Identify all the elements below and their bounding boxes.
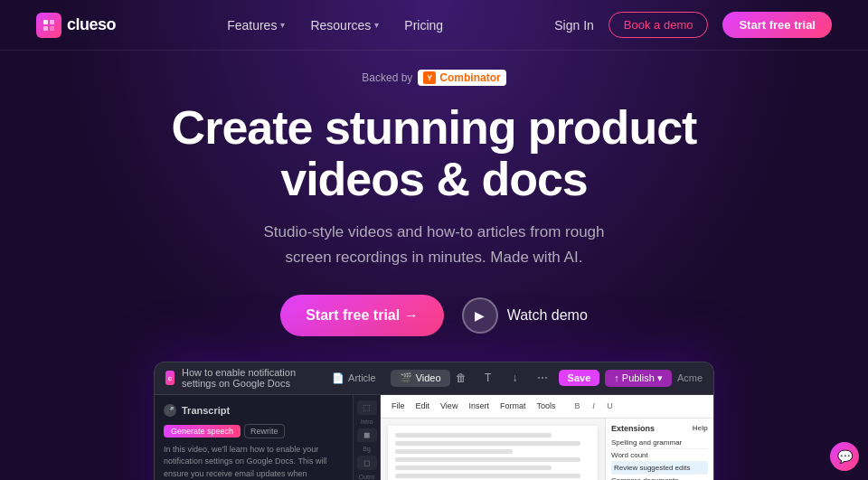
nav-pricing[interactable]: Pricing — [404, 18, 443, 33]
nav-actions: Sign In Book a demo Start free trial — [554, 12, 832, 38]
hero-subtext: Studio-style videos and how-to articles … — [0, 220, 868, 268]
transcript-header: 🎤 Transcript — [164, 404, 344, 417]
app-toolbar: c How to enable notification settings on… — [155, 362, 713, 395]
tab-video-button[interactable]: 🎬 Video — [391, 370, 450, 387]
chevron-down-icon: ▾ — [657, 372, 663, 384]
doc-toolbar: File Edit View Insert Format Tools B I U — [381, 395, 713, 419]
svg-rect-2 — [43, 26, 48, 31]
delete-icon[interactable]: 🗑 — [450, 367, 472, 389]
tab-article-button[interactable]: 📄 Article — [323, 370, 385, 387]
document-panel: File Edit View Insert Format Tools B I U — [381, 395, 713, 480]
download-icon[interactable]: ↓ — [505, 367, 526, 389]
watch-demo-button[interactable]: ▶ Watch demo — [462, 297, 588, 334]
transcript-body: In this video, we'll learn how to enable… — [164, 444, 344, 480]
app-toolbar-right: 🗑 T ↓ ⋯ Save ↑ Publish ▾ Acme — [450, 367, 703, 389]
doc-line — [395, 433, 552, 438]
doc-page — [388, 426, 598, 480]
transcript-panel: 🎤 Transcript Generate speech Rewrite In … — [155, 395, 354, 480]
save-button[interactable]: Save — [559, 370, 600, 386]
extension-wordcount[interactable]: Word count — [611, 449, 708, 462]
logo[interactable]: clueso — [36, 13, 116, 38]
doc-line — [395, 466, 552, 470]
app-body: 🎤 Transcript Generate speech Rewrite In … — [155, 395, 713, 480]
app-doc-title: How to enable notification settings on G… — [182, 367, 323, 389]
help-label: Help — [693, 424, 708, 432]
hero-headline: Create stunning product videos & docs — [0, 102, 868, 205]
intro-label: Intro — [360, 419, 373, 425]
logo-icon — [36, 13, 61, 38]
chat-icon: 💬 — [837, 449, 853, 464]
doc-line — [395, 457, 580, 462]
svg-rect-1 — [50, 20, 54, 24]
logo-text: clueso — [67, 15, 116, 34]
doc-menu-view[interactable]: View — [437, 400, 461, 412]
doc-body: Extensions Help Spelling and grammar Wor… — [381, 419, 713, 480]
outro-label: Outro — [359, 474, 375, 480]
outro-icon[interactable]: ◻ — [357, 456, 377, 470]
yc-badge: Y Combinator — [418, 70, 505, 86]
more-options-icon[interactable]: ⋯ — [532, 367, 553, 389]
bold-icon[interactable]: B — [570, 399, 584, 413]
generate-speech-button[interactable]: Generate speech — [164, 425, 241, 438]
navbar: clueso Features ▾ Resources ▾ Pricing Si… — [0, 0, 868, 51]
doc-menu-file[interactable]: File — [388, 400, 409, 412]
start-trial-button[interactable]: Start free trial → — [280, 295, 443, 336]
doc-menu-edit[interactable]: Edit — [412, 400, 434, 412]
nav-features[interactable]: Features ▾ — [227, 18, 285, 33]
publish-button[interactable]: ↑ Publish ▾ — [605, 370, 672, 387]
doc-formatting-tools: B I U — [570, 399, 617, 413]
doc-main — [381, 419, 605, 480]
document-icon: 📄 — [332, 372, 344, 384]
bg-icon[interactable]: ◼ — [357, 428, 377, 443]
book-demo-button[interactable]: Book a demo — [609, 12, 709, 38]
sign-in-button[interactable]: Sign In — [554, 18, 594, 33]
extensions-header: Extensions Help — [611, 424, 708, 433]
chevron-down-icon: ▾ — [374, 20, 379, 30]
extension-spelling[interactable]: Spelling and grammar — [611, 437, 708, 449]
app-logo-small: c — [165, 371, 175, 385]
italic-icon[interactable]: I — [586, 399, 600, 413]
doc-line — [395, 474, 580, 478]
nav-links: Features ▾ Resources ▾ Pricing — [227, 18, 443, 33]
svg-rect-0 — [43, 20, 48, 24]
extension-review[interactable]: Review suggested edits — [611, 462, 708, 475]
video-icon: 🎬 — [400, 372, 412, 384]
doc-menu-insert[interactable]: Insert — [465, 400, 493, 412]
app-toolbar-left: c How to enable notification settings on… — [165, 367, 323, 389]
bg-label: Bg — [363, 446, 371, 452]
play-icon: ▶ — [462, 297, 498, 334]
microphone-icon: 🎤 — [164, 404, 176, 417]
start-trial-nav-button[interactable]: Start free trial — [722, 12, 832, 38]
transcript-title: Transcript — [182, 405, 230, 416]
hero-cta: Start free trial → ▶ Watch demo — [0, 295, 868, 336]
scene-icon[interactable]: ⬚ — [357, 400, 377, 415]
extensions-panel: Extensions Help Spelling and grammar Wor… — [605, 419, 713, 480]
scene-sidebar: ⬚ Intro ◼ Bg ◻ Outro ⊕ Zoom T TA — [354, 395, 381, 480]
app-preview: c How to enable notification settings on… — [154, 362, 714, 480]
underline-icon[interactable]: U — [602, 399, 617, 413]
chat-bubble-button[interactable]: 💬 — [830, 442, 859, 471]
app-toolbar-tabs: 📄 Article 🎬 Video — [323, 370, 450, 387]
rewrite-button[interactable]: Rewrite — [244, 424, 285, 438]
yc-logo-icon: Y — [423, 71, 436, 84]
generate-row: Generate speech Rewrite — [164, 424, 344, 438]
doc-menu-format[interactable]: Format — [496, 400, 530, 412]
translate-icon[interactable]: T — [477, 367, 499, 389]
doc-line — [395, 441, 580, 446]
nav-resources[interactable]: Resources ▾ — [310, 18, 379, 33]
acme-label: Acme — [677, 372, 703, 383]
doc-menu-tools[interactable]: Tools — [533, 400, 559, 412]
chevron-down-icon: ▾ — [280, 20, 285, 30]
hero-section: Backed by Y Combinator Create stunning p… — [0, 51, 868, 336]
extension-compare[interactable]: Compare documents — [611, 475, 708, 480]
backed-badge: Backed by Y Combinator — [362, 70, 505, 86]
doc-line — [395, 449, 513, 454]
publish-icon: ↑ — [614, 372, 619, 383]
svg-rect-3 — [50, 26, 54, 31]
